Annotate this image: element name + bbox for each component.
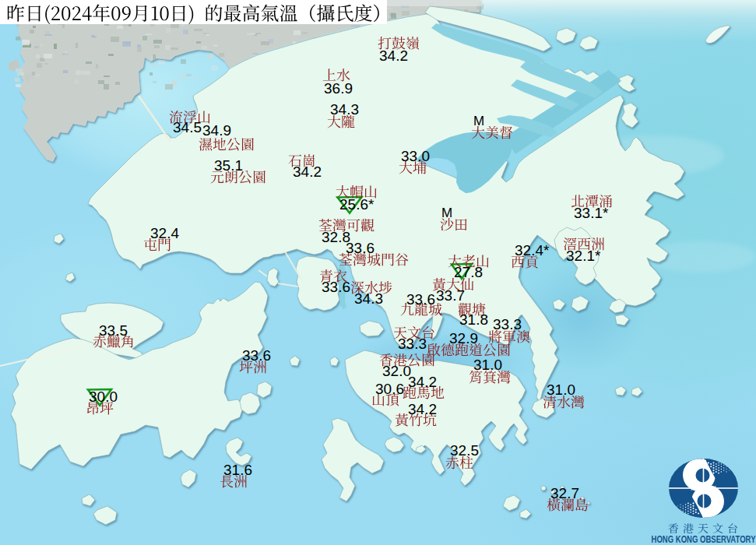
svg-text:M: M (473, 114, 484, 128)
svg-text:31.8: 31.8 (459, 311, 488, 328)
svg-text:34.5: 34.5 (173, 119, 202, 135)
svg-text:31.0: 31.0 (473, 357, 502, 373)
svg-text:30.0: 30.0 (89, 389, 118, 405)
svg-text:HONG KONG OBSERVATORY: HONG KONG OBSERVATORY (652, 534, 756, 545)
svg-text:35.1: 35.1 (214, 157, 243, 174)
svg-text:32.5: 32.5 (450, 442, 479, 459)
svg-text:31.6: 31.6 (223, 462, 252, 478)
svg-text:33.3: 33.3 (398, 336, 427, 352)
svg-text:33.6: 33.6 (242, 347, 271, 364)
svg-text:25.6*: 25.6* (339, 196, 374, 213)
svg-text:34.3: 34.3 (354, 290, 383, 307)
svg-text:33.7: 33.7 (436, 287, 465, 304)
svg-text:27.8: 27.8 (454, 264, 483, 280)
svg-text:32.0: 32.0 (382, 363, 411, 379)
svg-text:33.0: 33.0 (401, 148, 430, 164)
svg-text:31.0: 31.0 (547, 382, 575, 398)
svg-text:34.2: 34.2 (408, 374, 437, 390)
svg-text:33.5: 33.5 (99, 322, 128, 339)
svg-text:33.1*: 33.1* (574, 205, 609, 221)
svg-text:34.2: 34.2 (379, 47, 408, 64)
svg-text:32.7: 32.7 (550, 485, 579, 501)
svg-text:34.2: 34.2 (293, 164, 322, 180)
svg-text:32.4: 32.4 (150, 225, 179, 241)
svg-text:34.9: 34.9 (202, 122, 231, 139)
svg-text:32.4*: 32.4* (515, 242, 550, 258)
svg-text:30.6: 30.6 (375, 381, 404, 397)
svg-text:34.2: 34.2 (408, 401, 437, 417)
svg-text:M: M (441, 206, 452, 220)
svg-text:33.6: 33.6 (406, 291, 435, 308)
svg-text:36.9: 36.9 (324, 80, 353, 97)
svg-text:33.6: 33.6 (346, 240, 374, 256)
svg-text:32.1*: 32.1* (566, 248, 601, 264)
svg-text:33.3: 33.3 (493, 316, 522, 332)
svg-text:33.6: 33.6 (322, 279, 350, 295)
svg-text:32.9: 32.9 (449, 330, 478, 346)
svg-text:34.3: 34.3 (330, 101, 359, 118)
